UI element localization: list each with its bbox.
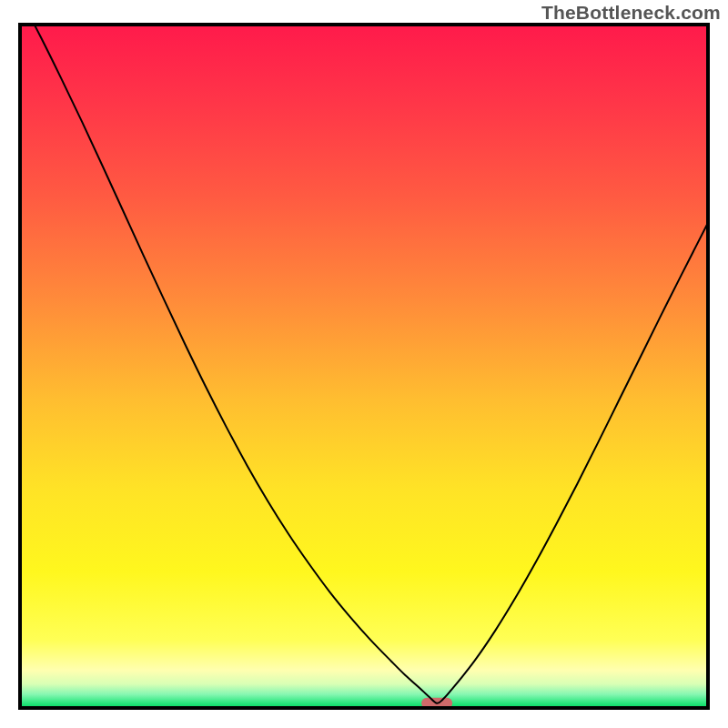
gradient-background [20,25,708,708]
bottleneck-chart [0,0,728,728]
watermark-text: TheBottleneck.com [541,2,721,24]
chart-container: TheBottleneck.com [0,0,728,728]
